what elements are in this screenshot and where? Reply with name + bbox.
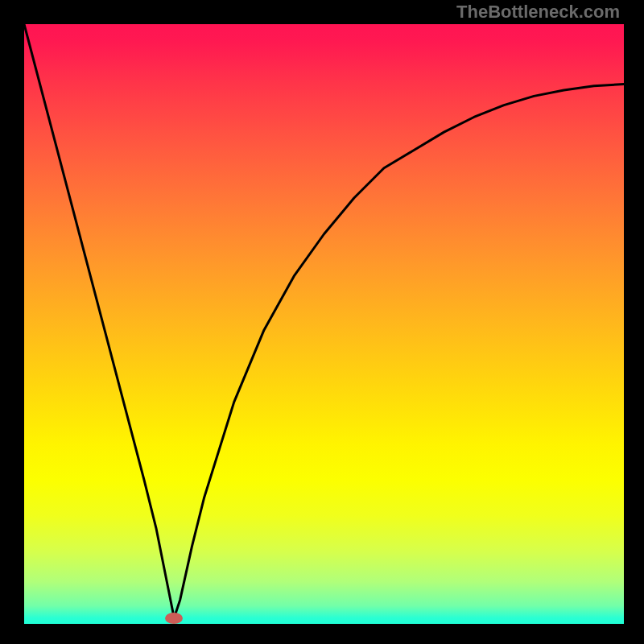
attribution-label: TheBottleneck.com	[456, 2, 620, 23]
curve-svg	[24, 24, 624, 624]
chart-canvas: TheBottleneck.com	[0, 0, 644, 644]
minimum-marker	[165, 613, 183, 624]
plot-area	[24, 24, 624, 624]
bottleneck-curve	[24, 24, 624, 618]
